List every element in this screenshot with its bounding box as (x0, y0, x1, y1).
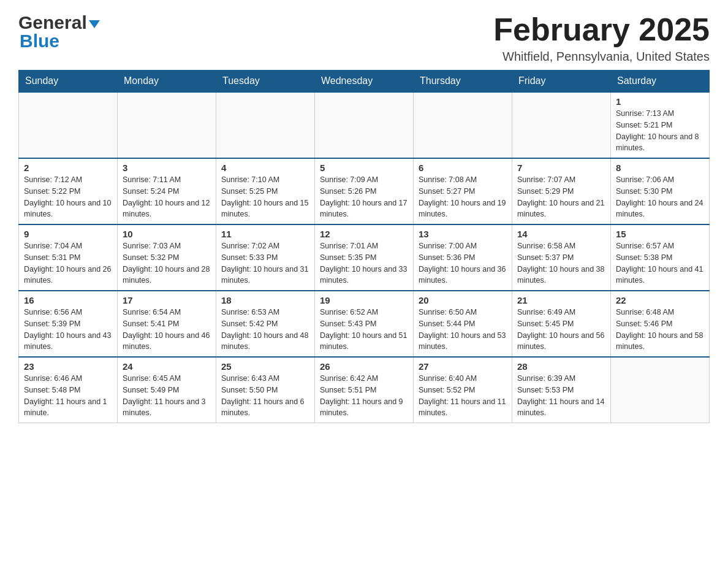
logo-blue-text: Blue (18, 31, 59, 52)
calendar-cell: 1Sunrise: 7:13 AMSunset: 5:21 PMDaylight… (611, 92, 710, 158)
calendar-cell (19, 92, 118, 158)
calendar-cell: 13Sunrise: 7:00 AMSunset: 5:36 PMDayligh… (414, 224, 512, 291)
day-number: 4 (221, 163, 309, 173)
day-info: Sunrise: 7:07 AMSunset: 5:29 PMDaylight:… (517, 174, 605, 220)
calendar-cell: 28Sunrise: 6:39 AMSunset: 5:53 PMDayligh… (512, 357, 611, 423)
calendar-week-2: 2Sunrise: 7:12 AMSunset: 5:22 PMDaylight… (19, 158, 710, 224)
day-number: 6 (419, 163, 507, 173)
weekday-header-tuesday: Tuesday (216, 71, 315, 93)
calendar-cell: 9Sunrise: 7:04 AMSunset: 5:31 PMDaylight… (19, 224, 118, 291)
day-info: Sunrise: 6:48 AMSunset: 5:46 PMDaylight:… (616, 307, 704, 353)
day-number: 20 (419, 295, 507, 305)
calendar-cell (512, 92, 611, 158)
day-number: 28 (517, 361, 605, 372)
location: Whitfield, Pennsylvania, United States (493, 50, 710, 64)
day-info: Sunrise: 7:02 AMSunset: 5:33 PMDaylight:… (221, 240, 309, 286)
day-number: 1 (616, 96, 704, 107)
weekday-header-row: SundayMondayTuesdayWednesdayThursdayFrid… (19, 71, 710, 93)
calendar-cell: 18Sunrise: 6:53 AMSunset: 5:42 PMDayligh… (216, 291, 315, 357)
day-info: Sunrise: 6:49 AMSunset: 5:45 PMDaylight:… (517, 307, 605, 353)
calendar-cell: 25Sunrise: 6:43 AMSunset: 5:50 PMDayligh… (216, 357, 315, 423)
day-info: Sunrise: 6:39 AMSunset: 5:53 PMDaylight:… (517, 373, 605, 419)
calendar-cell: 14Sunrise: 6:58 AMSunset: 5:37 PMDayligh… (512, 224, 611, 291)
calendar-cell: 17Sunrise: 6:54 AMSunset: 5:41 PMDayligh… (118, 291, 216, 357)
calendar-cell: 19Sunrise: 6:52 AMSunset: 5:43 PMDayligh… (315, 291, 414, 357)
calendar-cell: 4Sunrise: 7:10 AMSunset: 5:25 PMDaylight… (216, 158, 315, 224)
day-info: Sunrise: 6:52 AMSunset: 5:43 PMDaylight:… (320, 307, 408, 353)
day-info: Sunrise: 6:53 AMSunset: 5:42 PMDaylight:… (221, 307, 309, 353)
weekday-header-wednesday: Wednesday (315, 71, 414, 93)
calendar-week-3: 9Sunrise: 7:04 AMSunset: 5:31 PMDaylight… (19, 224, 710, 291)
calendar-cell: 7Sunrise: 7:07 AMSunset: 5:29 PMDaylight… (512, 158, 611, 224)
day-number: 17 (123, 295, 211, 305)
day-info: Sunrise: 7:06 AMSunset: 5:30 PMDaylight:… (616, 174, 704, 220)
day-number: 16 (24, 295, 112, 305)
calendar-cell (414, 92, 512, 158)
day-info: Sunrise: 7:04 AMSunset: 5:31 PMDaylight:… (24, 240, 112, 286)
day-number: 18 (221, 295, 309, 305)
day-info: Sunrise: 6:45 AMSunset: 5:49 PMDaylight:… (123, 373, 211, 419)
calendar-week-1: 1Sunrise: 7:13 AMSunset: 5:21 PMDaylight… (19, 92, 710, 158)
day-info: Sunrise: 7:03 AMSunset: 5:32 PMDaylight:… (123, 240, 211, 286)
calendar-cell: 16Sunrise: 6:56 AMSunset: 5:39 PMDayligh… (19, 291, 118, 357)
calendar-cell: 23Sunrise: 6:46 AMSunset: 5:48 PMDayligh… (19, 357, 118, 423)
day-number: 12 (320, 229, 408, 239)
day-info: Sunrise: 7:01 AMSunset: 5:35 PMDaylight:… (320, 240, 408, 286)
day-number: 5 (320, 163, 408, 173)
title-section: February 2025 Whitfield, Pennsylvania, U… (493, 12, 710, 64)
day-info: Sunrise: 7:08 AMSunset: 5:27 PMDaylight:… (419, 174, 507, 220)
day-number: 22 (616, 295, 704, 305)
weekday-header-saturday: Saturday (611, 71, 710, 93)
day-info: Sunrise: 6:56 AMSunset: 5:39 PMDaylight:… (24, 307, 112, 353)
calendar-cell: 12Sunrise: 7:01 AMSunset: 5:35 PMDayligh… (315, 224, 414, 291)
calendar-cell: 24Sunrise: 6:45 AMSunset: 5:49 PMDayligh… (118, 357, 216, 423)
weekday-header-friday: Friday (512, 71, 611, 93)
calendar-cell: 11Sunrise: 7:02 AMSunset: 5:33 PMDayligh… (216, 224, 315, 291)
day-info: Sunrise: 6:46 AMSunset: 5:48 PMDaylight:… (24, 373, 112, 419)
day-info: Sunrise: 6:50 AMSunset: 5:44 PMDaylight:… (419, 307, 507, 353)
calendar-cell: 27Sunrise: 6:40 AMSunset: 5:52 PMDayligh… (414, 357, 512, 423)
calendar-cell: 8Sunrise: 7:06 AMSunset: 5:30 PMDaylight… (611, 158, 710, 224)
day-number: 10 (123, 229, 211, 239)
day-number: 27 (419, 361, 507, 372)
weekday-header-sunday: Sunday (19, 71, 118, 93)
day-number: 25 (221, 361, 309, 372)
day-number: 9 (24, 229, 112, 239)
calendar-cell (216, 92, 315, 158)
day-number: 26 (320, 361, 408, 372)
day-info: Sunrise: 7:00 AMSunset: 5:36 PMDaylight:… (419, 240, 507, 286)
day-info: Sunrise: 6:42 AMSunset: 5:51 PMDaylight:… (320, 373, 408, 419)
day-info: Sunrise: 7:11 AMSunset: 5:24 PMDaylight:… (123, 174, 211, 220)
day-number: 8 (616, 163, 704, 173)
calendar-week-4: 16Sunrise: 6:56 AMSunset: 5:39 PMDayligh… (19, 291, 710, 357)
calendar-cell: 15Sunrise: 6:57 AMSunset: 5:38 PMDayligh… (611, 224, 710, 291)
calendar-cell (611, 357, 710, 423)
day-info: Sunrise: 6:43 AMSunset: 5:50 PMDaylight:… (221, 373, 309, 419)
calendar-cell: 22Sunrise: 6:48 AMSunset: 5:46 PMDayligh… (611, 291, 710, 357)
day-info: Sunrise: 7:12 AMSunset: 5:22 PMDaylight:… (24, 174, 112, 220)
calendar-cell: 6Sunrise: 7:08 AMSunset: 5:27 PMDaylight… (414, 158, 512, 224)
day-number: 7 (517, 163, 605, 173)
day-info: Sunrise: 7:10 AMSunset: 5:25 PMDaylight:… (221, 174, 309, 220)
day-number: 19 (320, 295, 408, 305)
page-header: General Blue February 2025 Whitfield, Pe… (18, 12, 710, 64)
calendar-cell (118, 92, 216, 158)
logo-triangle-icon (89, 20, 100, 28)
calendar-cell: 10Sunrise: 7:03 AMSunset: 5:32 PMDayligh… (118, 224, 216, 291)
day-info: Sunrise: 7:09 AMSunset: 5:26 PMDaylight:… (320, 174, 408, 220)
day-info: Sunrise: 6:40 AMSunset: 5:52 PMDaylight:… (419, 373, 507, 419)
day-number: 3 (123, 163, 211, 173)
day-number: 15 (616, 229, 704, 239)
day-number: 2 (24, 163, 112, 173)
calendar-cell: 20Sunrise: 6:50 AMSunset: 5:44 PMDayligh… (414, 291, 512, 357)
calendar-table: SundayMondayTuesdayWednesdayThursdayFrid… (18, 70, 710, 423)
calendar-cell (315, 92, 414, 158)
logo: General Blue (18, 12, 100, 52)
calendar-cell: 2Sunrise: 7:12 AMSunset: 5:22 PMDaylight… (19, 158, 118, 224)
day-number: 21 (517, 295, 605, 305)
calendar-week-5: 23Sunrise: 6:46 AMSunset: 5:48 PMDayligh… (19, 357, 710, 423)
calendar-cell: 3Sunrise: 7:11 AMSunset: 5:24 PMDaylight… (118, 158, 216, 224)
day-number: 11 (221, 229, 309, 239)
month-title: February 2025 (493, 12, 710, 47)
day-number: 24 (123, 361, 211, 372)
